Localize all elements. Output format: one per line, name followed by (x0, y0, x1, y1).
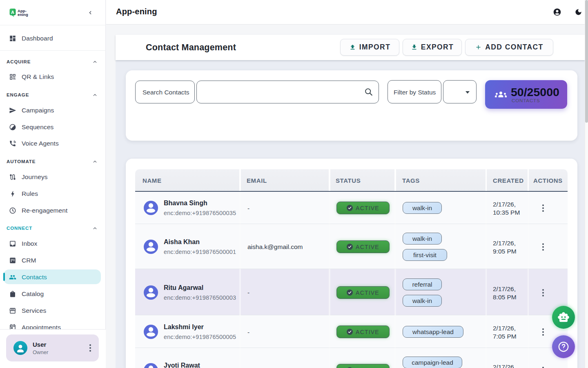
svg-text:A: A (11, 10, 14, 15)
